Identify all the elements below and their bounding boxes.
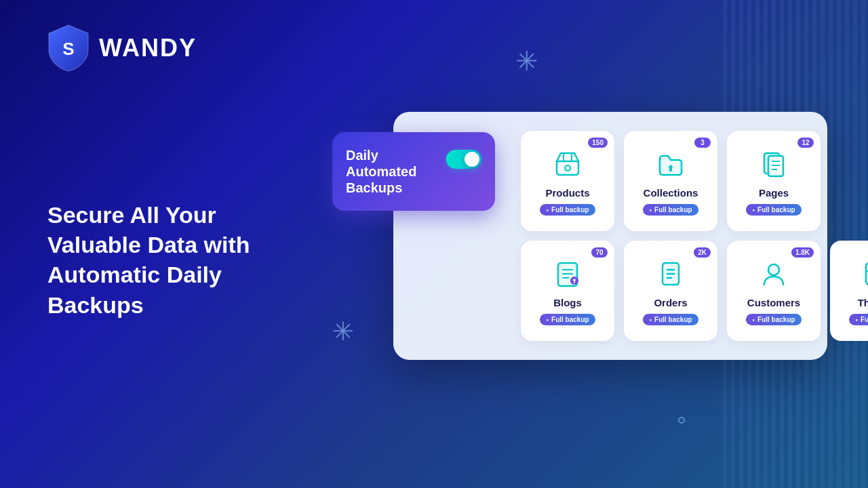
- toggle-card[interactable]: Daily Automated Backups: [332, 132, 495, 211]
- grid-row-1: 150 Products Full backup 3: [521, 131, 808, 231]
- themes-icon: [859, 256, 868, 291]
- backup-card-themes[interactable]: 2 Themes Full backup: [830, 241, 868, 341]
- dot-decoration: [678, 417, 685, 424]
- backup-card-orders[interactable]: 2K Orders Full backup: [624, 241, 717, 341]
- collections-label: Collections: [644, 187, 698, 199]
- blogs-count: 70: [591, 247, 608, 258]
- grid-row-2: 70 Blogs Full backup 2K: [521, 241, 808, 341]
- customers-count: 1.8K: [791, 247, 814, 258]
- logo-area: S WANDY: [47, 24, 197, 73]
- orders-count: 2K: [694, 247, 711, 258]
- blogs-label: Blogs: [553, 297, 582, 308]
- backup-card-customers[interactable]: 1.8K Customers Full backup: [727, 241, 821, 341]
- logo-shield: S: [47, 24, 90, 73]
- backup-card-products[interactable]: 150 Products Full backup: [521, 131, 614, 231]
- pages-icon: [756, 146, 791, 182]
- orders-badge: Full backup: [643, 314, 698, 325]
- orders-label: Orders: [654, 297, 687, 308]
- products-badge: Full backup: [540, 204, 595, 216]
- backup-grid: 150 Products Full backup 3: [521, 131, 808, 341]
- toggle-switch[interactable]: [446, 150, 481, 169]
- snowflake-decoration-1: ✳: [515, 47, 538, 75]
- pages-count: 12: [797, 138, 814, 148]
- customers-label: Customers: [747, 297, 800, 308]
- collections-icon: [653, 146, 688, 182]
- app-name: WANDY: [99, 34, 197, 62]
- products-label: Products: [545, 187, 589, 199]
- blogs-badge: Full backup: [540, 314, 595, 325]
- customers-badge: Full backup: [746, 314, 801, 325]
- pages-badge: Full backup: [746, 204, 801, 216]
- themes-label: Themes: [858, 297, 868, 308]
- svg-point-17: [768, 264, 779, 275]
- customers-icon: [756, 256, 791, 291]
- pages-label: Pages: [759, 187, 789, 199]
- toggle-card-header: Daily Automated Backups: [346, 147, 481, 196]
- backup-card-blogs[interactable]: 70 Blogs Full backup: [521, 241, 614, 341]
- collections-count: 3: [694, 138, 711, 148]
- themes-badge: Full backup: [849, 314, 868, 325]
- svg-text:S: S: [62, 39, 74, 59]
- products-count: 150: [588, 138, 608, 148]
- products-icon: [550, 146, 585, 182]
- snowflake-decoration-2: ✳: [332, 319, 354, 344]
- blogs-icon: [550, 256, 585, 291]
- orders-icon: [653, 256, 688, 291]
- backup-card-collections[interactable]: 3 Collections Full backup: [624, 131, 717, 231]
- hero-title: Secure All Your Valuable Data with Autom…: [47, 200, 305, 320]
- toggle-card-title: Daily Automated Backups: [346, 147, 446, 196]
- collections-badge: Full backup: [643, 204, 698, 216]
- backup-card-pages[interactable]: 12 Pages Full backup: [727, 131, 821, 231]
- svg-point-1: [565, 165, 570, 171]
